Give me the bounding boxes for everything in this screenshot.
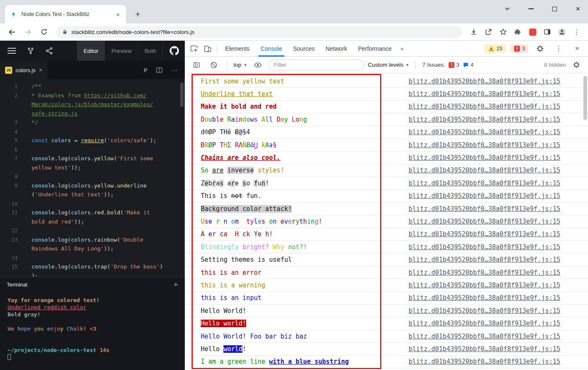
- reload-button[interactable]: [37, 25, 51, 39]
- devtools-settings-gear-icon[interactable]: [533, 42, 547, 55]
- console-source-link[interactable]: blitz.d01b439520bbf0…38a0f8f913e9f.js:15: [409, 103, 560, 110]
- file-tab-colors-js[interactable]: JS colors.js ×: [0, 61, 47, 79]
- bookmark-star-icon[interactable]: [497, 26, 509, 38]
- clear-console-icon[interactable]: [207, 58, 220, 72]
- console-source-link[interactable]: blitz.d01b439520bbf0…38a0f8f913e9f.js:15: [409, 78, 560, 85]
- terminal-panel: Terminal + Yay for orange colored text!U…: [0, 277, 185, 370]
- tab-both[interactable]: Both: [138, 41, 163, 61]
- new-terminal-button[interactable]: +: [173, 281, 178, 289]
- terminal-line: [8, 318, 185, 325]
- console-scrollbar[interactable]: [583, 76, 587, 120]
- console-source-link[interactable]: blitz.d01b439520bbf0…38a0f8f913e9f.js:15: [409, 358, 560, 365]
- share-nodes-icon[interactable]: [45, 47, 53, 55]
- console-message: this is a warning: [201, 281, 265, 289]
- file-close-icon[interactable]: ×: [39, 67, 42, 73]
- console-message: America, Heck Yeah!: [201, 230, 273, 238]
- line-number: 3: [0, 118, 18, 127]
- fork-icon[interactable]: [27, 47, 34, 55]
- browser-tab[interactable]: Node Colors Test - StackBlitz ×: [5, 5, 126, 23]
- log-levels-dropdown[interactable]: Custom levels▼: [368, 62, 410, 68]
- extension-badge-icon[interactable]: [526, 26, 539, 38]
- console-source-link[interactable]: blitz.d01b439520bbf0…38a0f8f913e9f.js:15: [409, 230, 560, 238]
- more-options-icon[interactable]: ⋯: [171, 66, 178, 74]
- hamburger-menu-icon[interactable]: [8, 48, 16, 54]
- console-source-link[interactable]: blitz.d01b439520bbf0…38a0f8f913e9f.js:15: [409, 205, 560, 213]
- split-editor-icon[interactable]: [156, 67, 163, 73]
- editor-scrollbar[interactable]: [180, 83, 184, 107]
- console-source-link[interactable]: blitz.d01b439520bbf0…38a0f8f913e9f.js:15: [409, 269, 560, 276]
- line-number: 10: [0, 199, 18, 208]
- profile-avatar[interactable]: [556, 26, 568, 38]
- url-text[interactable]: stackblitz.com/edit/node-colors-test?fil…: [71, 29, 194, 35]
- console-source-link[interactable]: blitz.d01b439520bbf0…38a0f8f913e9f.js:15: [409, 167, 560, 174]
- devtools-tab-console[interactable]: Console: [255, 41, 287, 57]
- minimize-button[interactable]: [527, 5, 535, 13]
- live-expression-eye-icon[interactable]: [251, 58, 265, 72]
- devtools-close-icon[interactable]: ×: [570, 42, 584, 55]
- js-context-dropdown[interactable]: top▼: [234, 62, 247, 68]
- tab-close-icon[interactable]: ×: [114, 10, 122, 18]
- tab-editor[interactable]: Editor: [77, 41, 105, 61]
- warnings-badge[interactable]: 23: [485, 44, 506, 53]
- code-text: safe-string.js: [32, 109, 78, 118]
- console-sidebar-icon[interactable]: [190, 58, 203, 72]
- issues-error-badge[interactable]: ! 3: [449, 62, 459, 68]
- console-source-link[interactable]: blitz.d01b439520bbf0…38a0f8f913e9f.js:15: [409, 154, 560, 162]
- device-toolbar-icon[interactable]: [201, 42, 214, 55]
- console-source-link[interactable]: blitz.d01b439520bbf0…38a0f8f913e9f.js:15: [409, 128, 560, 136]
- console-row: d®ØP THĕ Ƀ@§4blitz.d01b439520bbf0…38a0f8…: [185, 126, 588, 139]
- console-source-link[interactable]: blitz.d01b439520bbf0…38a0f8f913e9f.js:15: [409, 141, 560, 149]
- devtools-menu-kebab-icon[interactable]: ⋮: [552, 42, 565, 55]
- address-bar[interactable]: stackblitz.com/edit/node-colors-test?fil…: [56, 26, 462, 38]
- console-source-link[interactable]: blitz.d01b439520bbf0…38a0f8f913e9f.js:15: [409, 294, 560, 302]
- console-source-link[interactable]: blitz.d01b439520bbf0…38a0f8f913e9f.js:15: [409, 243, 560, 251]
- devtools-tab-elements[interactable]: Elements: [220, 41, 255, 57]
- back-button[interactable]: [5, 25, 19, 39]
- console-settings-gear-icon[interactable]: [570, 58, 583, 72]
- console-source-link[interactable]: blitz.d01b439520bbf0…38a0f8f913e9f.js:15: [409, 320, 560, 327]
- github-icon[interactable]: [170, 46, 179, 55]
- editor-actions: P ⋯: [144, 66, 185, 74]
- code-line: 8: [0, 172, 184, 181]
- issues-label[interactable]: 7 Issues:: [422, 62, 445, 68]
- devtools-tab-performance[interactable]: Performance: [352, 41, 397, 57]
- code-text: const colors = require('colors/safe');: [32, 136, 156, 145]
- console-filter-input[interactable]: [268, 60, 364, 70]
- console-source-link[interactable]: blitz.d01b439520bbf0…38a0f8f913e9f.js:15: [409, 256, 560, 263]
- tab-preview[interactable]: Preview: [105, 41, 138, 61]
- line-number: 15: [0, 262, 18, 271]
- prettier-icon[interactable]: P: [144, 67, 147, 73]
- console-source-link[interactable]: blitz.d01b439520bbf0…38a0f8f913e9f.js:15: [409, 345, 560, 353]
- terminal-output[interactable]: Yay for orange colored text!Underlined r…: [0, 292, 185, 370]
- side-panel-icon[interactable]: [541, 26, 554, 38]
- browser-menu-kebab-icon[interactable]: ⋮: [570, 26, 583, 38]
- maximize-button[interactable]: [550, 5, 559, 13]
- console-source-link[interactable]: blitz.d01b439520bbf0…38a0f8f913e9f.js:15: [409, 307, 560, 315]
- console-source-link[interactable]: blitz.d01b439520bbf0…38a0f8f913e9f.js:15: [409, 116, 560, 123]
- tab-search-chevron-icon[interactable]: [503, 5, 512, 13]
- issues-message-badge[interactable]: 4: [463, 62, 473, 68]
- more-tabs-icon[interactable]: »: [397, 45, 407, 52]
- console-source-link[interactable]: blitz.d01b439520bbf0…38a0f8f913e9f.js:15: [409, 192, 560, 200]
- download-icon[interactable]: [467, 26, 480, 38]
- console-source-link[interactable]: blitz.d01b439520bbf0…38a0f8f913e9f.js:15: [409, 180, 560, 187]
- code-editor[interactable]: 1/**2* Examples from https://github.com/…: [0, 79, 185, 277]
- console-row: First some yellow textblitz.d01b439520bb…: [185, 75, 588, 88]
- new-tab-button[interactable]: +: [132, 8, 144, 20]
- close-window-button[interactable]: ×: [574, 5, 582, 13]
- console-row: Background color attack!blitz.d01b439520…: [185, 203, 588, 215]
- extensions-puzzle-icon[interactable]: [512, 26, 524, 38]
- devtools-tab-network[interactable]: Network: [320, 41, 352, 57]
- console-output[interactable]: First some yellow textblitz.d01b439520bb…: [185, 73, 588, 370]
- inspect-element-icon[interactable]: [187, 42, 201, 55]
- console-source-link[interactable]: blitz.d01b439520bbf0…38a0f8f913e9f.js:15: [409, 218, 560, 225]
- console-source-link[interactable]: blitz.d01b439520bbf0…38a0f8f913e9f.js:15: [409, 333, 560, 340]
- devtools-tab-sources[interactable]: Sources: [288, 41, 320, 57]
- console-source-link[interactable]: blitz.d01b439520bbf0…38a0f8f913e9f.js:15: [409, 90, 560, 98]
- forward-button[interactable]: [21, 25, 35, 39]
- console-source-link[interactable]: blitz.d01b439520bbf0…38a0f8f913e9f.js:15: [409, 281, 560, 289]
- errors-badge[interactable]: 3: [511, 44, 528, 53]
- hidden-messages-label[interactable]: 8 hidden: [544, 62, 566, 68]
- share-icon[interactable]: [482, 26, 495, 38]
- terminal-line: [8, 354, 185, 361]
